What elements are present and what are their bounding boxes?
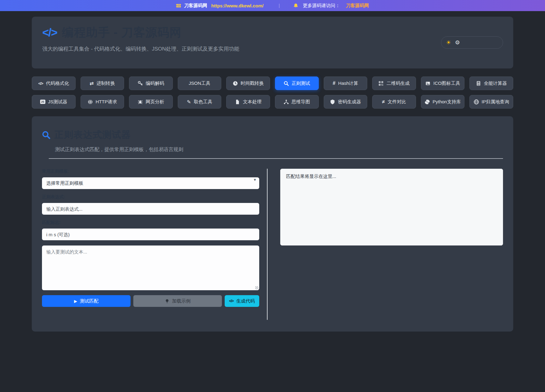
button-label: 测试匹配 bbox=[80, 298, 98, 304]
bell-icon bbox=[293, 3, 298, 8]
topbar-site-name: 刀客源码网 bbox=[184, 3, 207, 9]
tab-label: 正则测试 bbox=[292, 80, 310, 86]
python-icon bbox=[425, 99, 430, 105]
lightbulb-icon bbox=[165, 299, 169, 303]
divider bbox=[49, 158, 503, 159]
test-text-input[interactable] bbox=[42, 246, 259, 290]
match-result-box: 匹配结果将显示在这里... bbox=[280, 169, 503, 246]
ip-globe-icon bbox=[474, 99, 479, 105]
regex-label: 正则表达式: bbox=[42, 194, 259, 200]
topbar-divider: | bbox=[279, 3, 280, 8]
tab-ip-lookup[interactable]: IP归属地查询 bbox=[469, 95, 513, 109]
tab-label: 取色工具 bbox=[194, 99, 212, 105]
tab-http-request[interactable]: HTTP请求 bbox=[81, 95, 124, 109]
search-icon bbox=[284, 81, 289, 86]
swap-arrows-icon: ⇄ bbox=[89, 80, 94, 86]
tab-json-tools[interactable]: JSON工具 bbox=[178, 76, 222, 90]
tab-password-generator[interactable]: 密码生成器 bbox=[324, 95, 368, 109]
tab-label: 网页分析 bbox=[146, 99, 164, 105]
tab-timestamp[interactable]: 时间戳转换 bbox=[226, 76, 270, 90]
flags-label: 匹配标志: bbox=[42, 220, 259, 225]
search-icon bbox=[42, 131, 50, 139]
tab-label: JSON工具 bbox=[189, 80, 210, 86]
topbar-brand-link[interactable]: 刀客源码网 bbox=[346, 3, 369, 9]
qrcode-icon bbox=[378, 81, 384, 86]
template-select-value: 选择常用正则模板 bbox=[46, 180, 83, 186]
globe-icon bbox=[88, 99, 93, 105]
tab-qrcode[interactable]: 二维码生成 bbox=[372, 76, 416, 90]
tab-hash[interactable]: # Hash计算 bbox=[324, 76, 368, 90]
play-icon: ▶ bbox=[74, 299, 77, 303]
tab-encode-decode[interactable]: 编码解码 bbox=[129, 76, 173, 90]
page-title: 编程助手 - 刀客源码网 bbox=[62, 25, 182, 40]
shield-icon bbox=[330, 99, 335, 105]
tab-label: HTTP请求 bbox=[96, 99, 117, 105]
tab-label: 密码生成器 bbox=[338, 99, 361, 105]
panel-title: 正则表达式测试器 bbox=[54, 129, 131, 141]
code-icon: </> bbox=[38, 81, 43, 86]
regex-input[interactable] bbox=[42, 203, 259, 215]
regex-form: 常用正则模板: 选择常用正则模板 ▼ 正则表达式: 匹配标志: ▶ 测试匹配 bbox=[42, 169, 259, 320]
header-card: </> 编程助手 - 刀客源码网 强大的编程工具集合 - 代码格式化、编码转换、… bbox=[32, 17, 513, 68]
tab-color-picker[interactable]: ✎ 取色工具 bbox=[178, 95, 222, 109]
tab-label: 编码解码 bbox=[146, 80, 164, 86]
not-equal-icon: ≠ bbox=[382, 99, 385, 105]
tab-label: Python支持库 bbox=[433, 99, 461, 105]
tab-label: 全能计算器 bbox=[484, 80, 507, 86]
topbar-notice: 更多源码请访问： bbox=[303, 3, 340, 9]
tab-python-libs[interactable]: Python支持库 bbox=[421, 95, 465, 109]
generate-code-button[interactable]: </> 生成代码 bbox=[225, 295, 259, 307]
tab-file-diff[interactable]: ≠ 文件对比 bbox=[372, 95, 416, 109]
tab-mindmap[interactable]: 思维导图 bbox=[275, 95, 319, 109]
tab-label: 思维导图 bbox=[292, 99, 310, 105]
button-label: 加载示例 bbox=[172, 298, 191, 304]
image-icon bbox=[425, 81, 431, 86]
pen-icon: ✎ bbox=[187, 99, 191, 105]
hash-icon: # bbox=[333, 80, 335, 86]
tab-regex-test[interactable]: 正则测试 bbox=[275, 76, 319, 90]
theme-toggle[interactable]: ☀ ⚙ bbox=[441, 36, 503, 49]
resize-handle[interactable] bbox=[255, 286, 258, 289]
test-match-button[interactable]: ▶ 测试匹配 bbox=[42, 295, 131, 307]
tab-label: JS测试器 bbox=[48, 99, 68, 105]
tab-calculator[interactable]: 全能计算器 bbox=[469, 76, 513, 90]
file-icon bbox=[235, 99, 240, 105]
tab-label: 时间戳转换 bbox=[241, 80, 264, 86]
tab-label: 文本处理 bbox=[243, 99, 261, 105]
code-icon: </> bbox=[229, 299, 233, 303]
tab-ico-tools[interactable]: ICO图标工具 bbox=[421, 76, 465, 90]
server-icon bbox=[176, 3, 181, 8]
tab-label: IP归属地查询 bbox=[482, 99, 509, 105]
tool-tabs: </> 代码格式化 ⇄ 进制转换 编码解码 JSON工具 时间戳转换 正则测试 … bbox=[32, 76, 513, 109]
page-subtitle: 强大的编程工具集合 - 代码格式化、编码转换、JSON处理、正则测试及更多实用功… bbox=[42, 45, 503, 52]
flags-input[interactable] bbox=[42, 229, 259, 240]
chevron-down-icon: ▼ bbox=[253, 178, 257, 182]
panel-subtitle: 测试正则表达式匹配，提供常用正则模板，包括易语言规则 bbox=[55, 146, 503, 153]
tab-text-process[interactable]: 文本处理 bbox=[226, 95, 270, 109]
mindmap-icon bbox=[284, 99, 289, 105]
template-label: 常用正则模板: bbox=[42, 169, 259, 174]
tab-label: 代码格式化 bbox=[46, 80, 69, 86]
clock-icon bbox=[233, 81, 238, 86]
calculator-icon bbox=[476, 81, 481, 86]
tab-label: 二维码生成 bbox=[386, 80, 410, 86]
code-logo-icon: </> bbox=[42, 26, 57, 39]
tab-base-convert[interactable]: ⇄ 进制转换 bbox=[81, 76, 124, 90]
tab-label: ICO图标工具 bbox=[433, 80, 460, 86]
vertical-divider bbox=[267, 169, 268, 320]
load-example-button[interactable]: 加载示例 bbox=[133, 295, 222, 307]
tab-label: 文件对比 bbox=[388, 99, 406, 105]
template-select[interactable]: 选择常用正则模板 ▼ bbox=[42, 177, 259, 189]
topbar: 刀客源码网 https://www.dkewl.com/ | 更多源码请访问： … bbox=[0, 0, 545, 11]
tab-code-format[interactable]: </> 代码格式化 bbox=[32, 76, 76, 90]
tab-web-analyze[interactable]: 网页分析 bbox=[129, 95, 173, 109]
sun-icon: ☀ bbox=[446, 39, 451, 46]
topbar-url-link[interactable]: https://www.dkewl.com/ bbox=[211, 3, 263, 8]
spider-icon bbox=[138, 99, 143, 105]
key-icon bbox=[138, 81, 143, 86]
tab-js-tester[interactable]: JS JS测试器 bbox=[32, 95, 76, 109]
tab-label: 进制转换 bbox=[97, 80, 115, 86]
button-label: 生成代码 bbox=[236, 298, 255, 304]
regex-tester-panel: 正则表达式测试器 测试正则表达式匹配，提供常用正则模板，包括易语言规则 常用正则… bbox=[32, 116, 513, 332]
tab-label: Hash计算 bbox=[338, 80, 358, 86]
